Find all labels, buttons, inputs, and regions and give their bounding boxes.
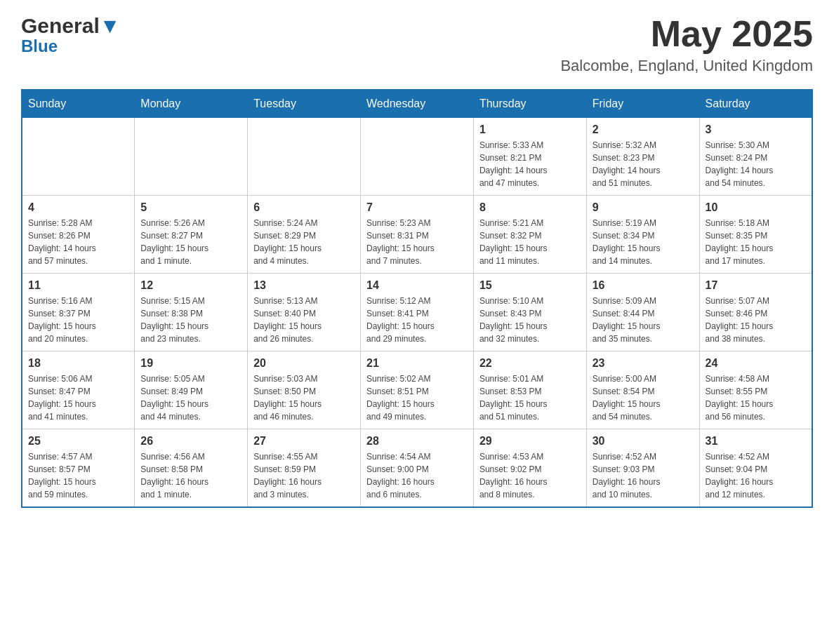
table-row: 29Sunrise: 4:53 AM Sunset: 9:02 PM Dayli… [473, 429, 586, 508]
table-row: 11Sunrise: 5:16 AM Sunset: 8:37 PM Dayli… [22, 274, 135, 351]
logo-blue-text: Blue [21, 36, 58, 56]
day-number: 8 [479, 201, 581, 214]
day-number: 21 [366, 357, 468, 370]
table-row: 20Sunrise: 5:03 AM Sunset: 8:50 PM Dayli… [248, 351, 361, 429]
table-row: 28Sunrise: 4:54 AM Sunset: 9:00 PM Dayli… [361, 429, 474, 508]
logo-triangle-icon: ▼ [100, 14, 121, 37]
day-info: Sunrise: 5:12 AM Sunset: 8:41 PM Dayligh… [366, 295, 468, 345]
col-sunday: Sunday [22, 90, 135, 118]
table-row [22, 118, 135, 196]
day-number: 20 [253, 357, 355, 370]
col-saturday: Saturday [699, 90, 812, 118]
day-info: Sunrise: 4:53 AM Sunset: 9:02 PM Dayligh… [479, 450, 581, 501]
day-number: 30 [593, 435, 694, 448]
day-number: 31 [706, 435, 806, 448]
table-row: 2Sunrise: 5:32 AM Sunset: 8:23 PM Daylig… [586, 118, 699, 196]
day-info: Sunrise: 5:06 AM Sunset: 8:47 PM Dayligh… [28, 373, 128, 423]
table-row: 4Sunrise: 5:28 AM Sunset: 8:26 PM Daylig… [22, 196, 135, 274]
table-row: 17Sunrise: 5:07 AM Sunset: 8:46 PM Dayli… [699, 274, 812, 351]
table-row: 30Sunrise: 4:52 AM Sunset: 9:03 PM Dayli… [586, 429, 699, 508]
day-info: Sunrise: 5:32 AM Sunset: 8:23 PM Dayligh… [593, 139, 694, 189]
col-monday: Monday [135, 90, 248, 118]
calendar-week-row: 25Sunrise: 4:57 AM Sunset: 8:57 PM Dayli… [22, 429, 812, 508]
day-info: Sunrise: 5:26 AM Sunset: 8:27 PM Dayligh… [140, 217, 241, 267]
day-info: Sunrise: 5:03 AM Sunset: 8:50 PM Dayligh… [253, 373, 355, 423]
calendar-table: Sunday Monday Tuesday Wednesday Thursday… [21, 89, 813, 508]
table-row: 3Sunrise: 5:30 AM Sunset: 8:24 PM Daylig… [699, 118, 812, 196]
day-number: 17 [706, 279, 806, 292]
col-tuesday: Tuesday [248, 90, 361, 118]
day-info: Sunrise: 5:01 AM Sunset: 8:53 PM Dayligh… [479, 373, 581, 423]
table-row: 5Sunrise: 5:26 AM Sunset: 8:27 PM Daylig… [135, 196, 248, 274]
table-row: 26Sunrise: 4:56 AM Sunset: 8:58 PM Dayli… [135, 429, 248, 508]
day-number: 19 [140, 357, 241, 370]
day-info: Sunrise: 4:54 AM Sunset: 9:00 PM Dayligh… [366, 450, 468, 501]
table-row: 24Sunrise: 4:58 AM Sunset: 8:55 PM Dayli… [699, 351, 812, 429]
table-row [248, 118, 361, 196]
calendar-week-row: 18Sunrise: 5:06 AM Sunset: 8:47 PM Dayli… [22, 351, 812, 429]
day-number: 14 [366, 279, 468, 292]
day-info: Sunrise: 5:18 AM Sunset: 8:35 PM Dayligh… [706, 217, 806, 267]
day-number: 5 [140, 201, 241, 214]
day-info: Sunrise: 5:23 AM Sunset: 8:31 PM Dayligh… [366, 217, 468, 267]
day-info: Sunrise: 5:00 AM Sunset: 8:54 PM Dayligh… [593, 373, 694, 423]
col-wednesday: Wednesday [361, 90, 474, 118]
table-row: 8Sunrise: 5:21 AM Sunset: 8:32 PM Daylig… [473, 196, 586, 274]
day-info: Sunrise: 4:58 AM Sunset: 8:55 PM Dayligh… [706, 373, 806, 423]
day-number: 7 [366, 201, 468, 214]
day-info: Sunrise: 5:28 AM Sunset: 8:26 PM Dayligh… [28, 217, 128, 267]
day-info: Sunrise: 5:33 AM Sunset: 8:21 PM Dayligh… [479, 139, 581, 189]
day-number: 22 [479, 357, 581, 370]
table-row [361, 118, 474, 196]
location-subtitle: Balcombe, England, United Kingdom [560, 57, 813, 75]
day-info: Sunrise: 4:52 AM Sunset: 9:04 PM Dayligh… [706, 450, 806, 501]
page-header: General▼ Blue May 2025 Balcombe, England… [21, 14, 813, 75]
table-row: 13Sunrise: 5:13 AM Sunset: 8:40 PM Dayli… [248, 274, 361, 351]
calendar-week-row: 11Sunrise: 5:16 AM Sunset: 8:37 PM Dayli… [22, 274, 812, 351]
logo-general: General▼ [21, 14, 120, 38]
table-row: 19Sunrise: 5:05 AM Sunset: 8:49 PM Dayli… [135, 351, 248, 429]
table-row: 25Sunrise: 4:57 AM Sunset: 8:57 PM Dayli… [22, 429, 135, 508]
day-number: 6 [253, 201, 355, 214]
day-number: 18 [28, 357, 128, 370]
logo: General▼ Blue [21, 14, 120, 56]
day-info: Sunrise: 5:07 AM Sunset: 8:46 PM Dayligh… [706, 295, 806, 345]
calendar-week-row: 1Sunrise: 5:33 AM Sunset: 8:21 PM Daylig… [22, 118, 812, 196]
day-info: Sunrise: 5:16 AM Sunset: 8:37 PM Dayligh… [28, 295, 128, 345]
day-number: 15 [479, 279, 581, 292]
day-number: 24 [706, 357, 806, 370]
day-number: 16 [593, 279, 694, 292]
day-number: 27 [253, 435, 355, 448]
day-info: Sunrise: 5:02 AM Sunset: 8:51 PM Dayligh… [366, 373, 468, 423]
col-friday: Friday [586, 90, 699, 118]
day-info: Sunrise: 4:56 AM Sunset: 8:58 PM Dayligh… [140, 450, 241, 501]
day-number: 11 [28, 279, 128, 292]
table-row: 27Sunrise: 4:55 AM Sunset: 8:59 PM Dayli… [248, 429, 361, 508]
day-number: 3 [706, 123, 806, 136]
table-row: 22Sunrise: 5:01 AM Sunset: 8:53 PM Dayli… [473, 351, 586, 429]
table-row: 14Sunrise: 5:12 AM Sunset: 8:41 PM Dayli… [361, 274, 474, 351]
day-number: 28 [366, 435, 468, 448]
day-info: Sunrise: 4:57 AM Sunset: 8:57 PM Dayligh… [28, 450, 128, 501]
day-number: 26 [140, 435, 241, 448]
day-info: Sunrise: 5:30 AM Sunset: 8:24 PM Dayligh… [706, 139, 806, 189]
day-info: Sunrise: 4:52 AM Sunset: 9:03 PM Dayligh… [593, 450, 694, 501]
table-row: 1Sunrise: 5:33 AM Sunset: 8:21 PM Daylig… [473, 118, 586, 196]
calendar-week-row: 4Sunrise: 5:28 AM Sunset: 8:26 PM Daylig… [22, 196, 812, 274]
table-row: 23Sunrise: 5:00 AM Sunset: 8:54 PM Dayli… [586, 351, 699, 429]
day-number: 23 [593, 357, 694, 370]
table-row: 9Sunrise: 5:19 AM Sunset: 8:34 PM Daylig… [586, 196, 699, 274]
day-number: 13 [253, 279, 355, 292]
day-number: 4 [28, 201, 128, 214]
table-row: 16Sunrise: 5:09 AM Sunset: 8:44 PM Dayli… [586, 274, 699, 351]
day-info: Sunrise: 5:13 AM Sunset: 8:40 PM Dayligh… [253, 295, 355, 345]
col-thursday: Thursday [473, 90, 586, 118]
table-row: 7Sunrise: 5:23 AM Sunset: 8:31 PM Daylig… [361, 196, 474, 274]
day-info: Sunrise: 5:10 AM Sunset: 8:43 PM Dayligh… [479, 295, 581, 345]
table-row: 15Sunrise: 5:10 AM Sunset: 8:43 PM Dayli… [473, 274, 586, 351]
table-row: 31Sunrise: 4:52 AM Sunset: 9:04 PM Dayli… [699, 429, 812, 508]
table-row: 12Sunrise: 5:15 AM Sunset: 8:38 PM Dayli… [135, 274, 248, 351]
day-number: 12 [140, 279, 241, 292]
calendar-header-row: Sunday Monday Tuesday Wednesday Thursday… [22, 90, 812, 118]
day-info: Sunrise: 5:05 AM Sunset: 8:49 PM Dayligh… [140, 373, 241, 423]
